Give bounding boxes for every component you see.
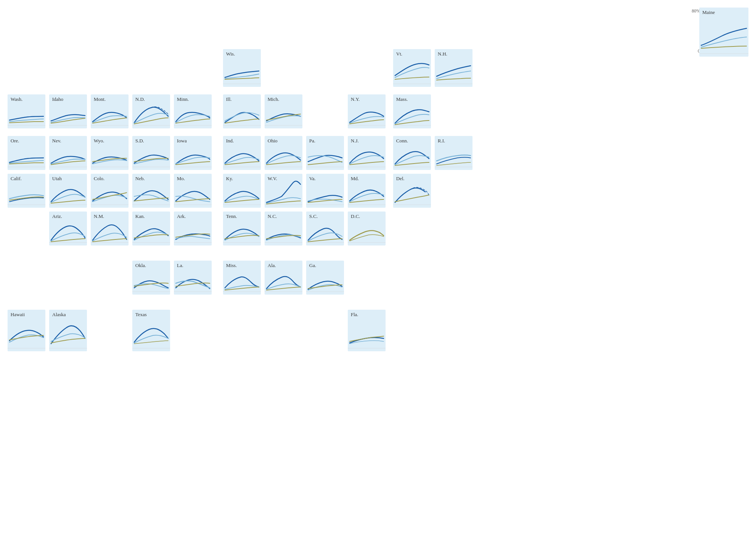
state-cell-mo[interactable]: Mo. (174, 174, 212, 208)
state-cell-ore[interactable]: Ore. (8, 136, 45, 170)
state-cell-la[interactable]: La. (174, 261, 212, 295)
state-cell-md[interactable]: Md. (348, 174, 386, 208)
state-label-minn: Minn. (177, 96, 189, 102)
state-label-colo: Colo. (94, 176, 105, 182)
state-cell-miss[interactable]: Miss. (223, 261, 261, 295)
state-label-ri: R.I. (438, 138, 445, 144)
state-cell-sc[interactable]: S.C. (306, 212, 344, 246)
state-cell-minn[interactable]: Minn. (174, 94, 212, 128)
state-label-nh: N.H. (438, 51, 447, 57)
state-label-okla: Okla. (135, 263, 146, 269)
state-label-ala: Ala. (268, 263, 276, 269)
state-label-ark: Ark. (177, 213, 186, 219)
state-label-neb: Neb. (135, 176, 145, 182)
state-label-ill: Ill. (226, 96, 232, 102)
state-cell-iowa[interactable]: Iowa (174, 136, 212, 170)
state-cell-tenn[interactable]: Tenn. (223, 212, 261, 246)
state-cell-nc[interactable]: N.C. (265, 212, 302, 246)
state-cell-kan[interactable]: Kan. (132, 212, 170, 246)
state-cell-va[interactable]: Va. (306, 174, 344, 208)
state-cell-vt[interactable]: Vt. (393, 49, 431, 87)
state-label-conn: Conn. (396, 138, 408, 144)
state-cell-texas[interactable]: Texas (132, 310, 170, 351)
state-cell-ill[interactable]: Ill. (223, 94, 261, 128)
state-cell-del[interactable]: Del. (393, 174, 431, 208)
state-label-nd: N.D. (135, 96, 145, 102)
state-cell-ark[interactable]: Ark. (174, 212, 212, 246)
state-cell-mass[interactable]: Mass. (393, 94, 431, 128)
y-axis-80-label: 80% (692, 8, 700, 14)
state-cell-calif[interactable]: Calif. (8, 174, 45, 208)
state-label-ny: N.Y. (351, 96, 360, 102)
state-cell-okla[interactable]: Okla. (132, 261, 170, 295)
state-cell-fla[interactable]: Fla. (348, 310, 386, 351)
state-label-nm: N.M. (94, 213, 104, 219)
state-cell-ind[interactable]: Ind. (223, 136, 261, 170)
state-label-sc: S.C. (309, 213, 318, 219)
state-cell-wis[interactable]: Wis. (223, 49, 261, 87)
state-label-mich: Mich. (268, 96, 279, 102)
state-cell-ariz[interactable]: Ariz. (49, 212, 87, 246)
state-label-ga: Ga. (309, 263, 316, 269)
state-label-dc: D.C. (351, 213, 360, 219)
state-label-wyo: Wyo. (94, 138, 104, 144)
state-cell-maine[interactable]: Maine (699, 8, 748, 57)
state-cell-idaho[interactable]: Idaho (49, 94, 87, 128)
state-cell-mich[interactable]: Mich. (265, 94, 302, 128)
state-label-mass: Mass. (396, 96, 408, 102)
state-label-ariz: Ariz. (52, 213, 62, 219)
state-cell-wv[interactable]: W.V. (265, 174, 302, 208)
state-label-maine: Maine (702, 9, 715, 15)
state-label-ind: Ind. (226, 138, 234, 144)
state-label-va: Va. (309, 176, 316, 182)
state-cell-colo[interactable]: Colo. (91, 174, 129, 208)
state-cell-hawaii[interactable]: Hawaii (8, 310, 45, 351)
state-cell-nd[interactable]: N.D. (132, 94, 170, 128)
state-cell-wyo[interactable]: Wyo. (91, 136, 129, 170)
state-cell-nm[interactable]: N.M. (91, 212, 129, 246)
state-cell-ri[interactable]: R.I. (435, 136, 472, 170)
state-label-idaho: Idaho (52, 96, 64, 102)
state-label-wis: Wis. (226, 51, 235, 57)
state-cell-mont[interactable]: Mont. (91, 94, 129, 128)
state-cell-nev[interactable]: Nev. (49, 136, 87, 170)
state-label-sd: S.D. (135, 138, 144, 144)
state-label-ky: Ky. (226, 176, 233, 182)
state-label-wash: Wash. (11, 96, 23, 102)
state-cell-nh[interactable]: N.H. (435, 49, 472, 87)
state-label-nev: Nev. (52, 138, 61, 144)
state-label-pa: Pa. (309, 138, 315, 144)
chart-container: 80%0MaineWis.Vt.N.H.Wash.IdahoMont.N.D.M… (0, 0, 756, 559)
state-label-texas: Texas (135, 312, 147, 318)
state-label-mont: Mont. (94, 96, 105, 102)
state-cell-ala[interactable]: Ala. (265, 261, 302, 295)
state-label-vt: Vt. (396, 51, 402, 57)
state-label-nc: N.C. (268, 213, 277, 219)
state-label-md: Md. (351, 176, 359, 182)
state-label-hawaii: Hawaii (11, 312, 25, 318)
state-cell-pa[interactable]: Pa. (306, 136, 344, 170)
state-label-alaska: Alaska (52, 312, 66, 318)
state-cell-wash[interactable]: Wash. (8, 94, 45, 128)
state-label-miss: Miss. (226, 263, 237, 269)
state-label-ore: Ore. (11, 138, 19, 144)
state-cell-ohio[interactable]: Ohio (265, 136, 302, 170)
state-cell-conn[interactable]: Conn. (393, 136, 431, 170)
state-cell-utah[interactable]: Utah (49, 174, 87, 208)
state-cell-neb[interactable]: Neb. (132, 174, 170, 208)
state-label-mo: Mo. (177, 176, 185, 182)
state-label-fla: Fla. (351, 312, 358, 318)
state-cell-dc[interactable]: D.C. (348, 212, 386, 246)
state-cell-sd[interactable]: S.D. (132, 136, 170, 170)
state-cell-ky[interactable]: Ky. (223, 174, 261, 208)
state-label-utah: Utah (52, 176, 62, 182)
state-label-wv: W.V. (268, 176, 277, 182)
state-cell-ny[interactable]: N.Y. (348, 94, 386, 128)
state-label-la: La. (177, 263, 183, 269)
state-cell-ga[interactable]: Ga. (306, 261, 344, 295)
state-cell-nj[interactable]: N.J. (348, 136, 386, 170)
state-label-del: Del. (396, 176, 404, 182)
state-label-nj: N.J. (351, 138, 359, 144)
state-cell-alaska[interactable]: Alaska (49, 310, 87, 351)
state-label-ohio: Ohio (268, 138, 277, 144)
